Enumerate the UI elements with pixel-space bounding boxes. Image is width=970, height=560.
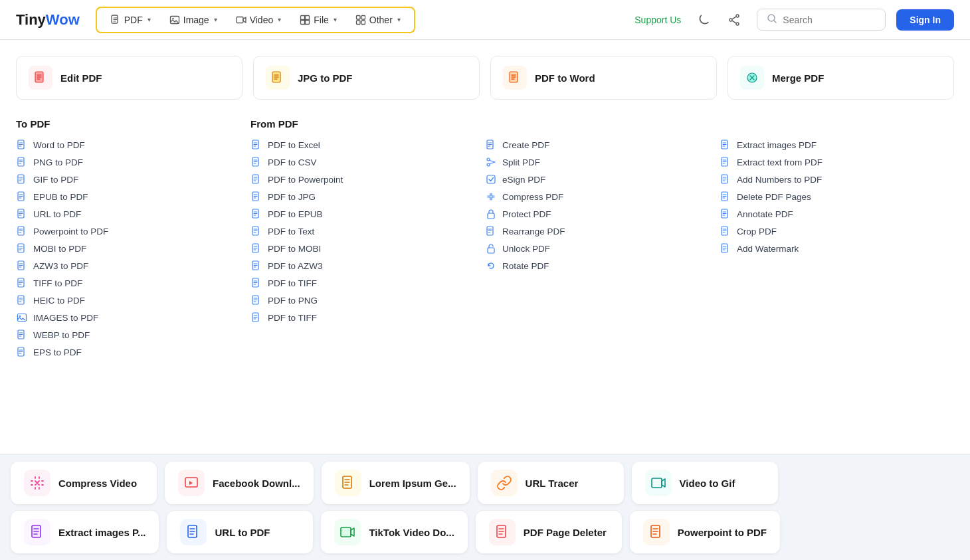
list-item[interactable]: AZW3 to PDF xyxy=(16,260,235,272)
list-item[interactable]: TIFF to PDF xyxy=(16,277,235,289)
list-item[interactable]: PDF to Text xyxy=(250,225,469,237)
list-item[interactable]: Delete PDF Pages xyxy=(720,191,954,203)
quick-link-merge-pdf[interactable]: Merge PDF xyxy=(728,56,954,100)
list-item[interactable]: Rearrange PDF xyxy=(485,225,704,237)
list-item[interactable]: Protect PDF xyxy=(485,208,704,220)
list-item[interactable]: PDF to JPG xyxy=(250,191,469,203)
bottom-card-lorem-ipsum[interactable]: Lorem Ipsum Ge... xyxy=(322,462,470,504)
video-nav-icon xyxy=(236,15,246,25)
doc-icon xyxy=(720,225,731,237)
compress-video-icon xyxy=(24,470,50,496)
list-item[interactable]: EPUB to PDF xyxy=(16,191,235,203)
list-item[interactable]: Unlock PDF xyxy=(485,242,704,254)
nav-image-label: Image xyxy=(183,15,209,25)
bottom-strip: Compress Video Facebook Downl... Lorem I… xyxy=(0,454,970,560)
doc-icon xyxy=(250,225,262,237)
bottom-card-video-to-gif[interactable]: Video to Gif xyxy=(632,462,778,504)
doc-icon xyxy=(250,312,262,324)
svg-point-2 xyxy=(172,17,173,19)
nav-file[interactable]: File ▾ xyxy=(292,11,345,29)
nav-image[interactable]: Image ▾ xyxy=(161,11,225,29)
jpg-to-pdf-icon xyxy=(266,66,290,90)
support-link[interactable]: Support Us xyxy=(634,15,681,25)
list-item[interactable]: Annotate PDF xyxy=(720,208,954,220)
dark-mode-button[interactable] xyxy=(692,8,716,32)
list-item[interactable]: HEIC to PDF xyxy=(16,294,235,306)
to-pdf-header: To PDF xyxy=(16,118,235,130)
list-item[interactable]: PDF to EPUB xyxy=(250,208,469,220)
search-input[interactable] xyxy=(783,15,876,25)
nav-video[interactable]: Video ▾ xyxy=(228,11,290,29)
list-item[interactable]: PNG to PDF xyxy=(16,156,235,168)
list-item[interactable]: Extract text from PDF xyxy=(720,156,954,168)
list-item[interactable]: PDF to TIFF xyxy=(250,277,469,289)
bottom-card-tiktok[interactable]: TikTok Video Do... xyxy=(321,511,467,553)
list-item[interactable]: Powerpoint to PDF xyxy=(16,225,235,237)
url-to-pdf-label: URL to PDF xyxy=(215,527,270,538)
jpg-to-pdf-label: JPG to PDF xyxy=(298,72,353,84)
list-item[interactable]: Add Watermark xyxy=(720,242,954,254)
header-icons xyxy=(692,8,746,32)
doc-icon xyxy=(250,139,262,151)
svg-point-51 xyxy=(487,163,490,166)
quick-link-jpg-to-pdf[interactable]: JPG to PDF xyxy=(253,56,480,100)
search-box[interactable] xyxy=(757,9,886,31)
doc-icon xyxy=(16,156,28,168)
quick-link-pdf-to-word[interactable]: PDF to Word xyxy=(490,56,717,100)
nav-bar: PDF ▾ Image ▾ Video ▾ File ▾ xyxy=(96,7,415,33)
list-item[interactable]: Add Numbers to PDF xyxy=(720,173,954,185)
bottom-card-compress-video[interactable]: Compress Video xyxy=(11,462,157,504)
list-item[interactable]: EPS to PDF xyxy=(16,346,235,358)
bottom-card-facebook[interactable]: Facebook Downl... xyxy=(165,462,314,504)
list-item[interactable]: Extract images PDF xyxy=(720,139,954,151)
list-item[interactable]: PDF to Excel xyxy=(250,139,469,151)
list-item[interactable]: IMAGES to PDF xyxy=(16,312,235,324)
file-chevron-icon: ▾ xyxy=(334,16,337,23)
nav-other[interactable]: Other ▾ xyxy=(347,11,409,29)
doc-icon xyxy=(250,156,262,168)
list-item[interactable]: PDF to CSV xyxy=(250,156,469,168)
bottom-card-url-tracer[interactable]: URL Tracer xyxy=(478,462,624,504)
logo-blue: Wow xyxy=(46,11,80,29)
list-item[interactable]: Rotate PDF xyxy=(485,260,704,272)
nav-pdf-label: PDF xyxy=(124,15,143,25)
list-item[interactable]: PDF to MOBI xyxy=(250,242,469,254)
nav-file-label: File xyxy=(314,15,329,25)
share-button[interactable] xyxy=(722,8,746,32)
list-item[interactable]: WEBP to PDF xyxy=(16,329,235,341)
lorem-ipsum-icon xyxy=(335,470,361,496)
doc-icon xyxy=(250,191,262,203)
list-item[interactable]: MOBI to PDF xyxy=(16,242,235,254)
powerpoint-to-pdf-label: Powerpoint to PDF xyxy=(678,527,767,538)
list-item[interactable]: PDF to AZW3 xyxy=(250,260,469,272)
doc-icon xyxy=(720,139,731,151)
tiktok-label: TikTok Video Do... xyxy=(369,527,454,538)
to-pdf-list: Word to PDF PNG to PDF GIF to PDF EPUB t… xyxy=(16,139,235,358)
from-pdf-list: PDF to Excel PDF to CSV PDF to Powerpoin… xyxy=(250,139,469,324)
list-item[interactable]: Split PDF xyxy=(485,156,704,168)
list-item[interactable]: GIF to PDF xyxy=(16,173,235,185)
bottom-card-powerpoint-to-pdf[interactable]: Powerpoint to PDF xyxy=(630,511,780,553)
bottom-card-extract-images[interactable]: Extract images P... xyxy=(11,511,159,553)
doc-icon xyxy=(16,277,28,289)
list-item[interactable]: Word to PDF xyxy=(16,139,235,151)
list-item[interactable]: PDF to Powerpoint xyxy=(250,173,469,185)
bottom-card-url-to-pdf[interactable]: URL to PDF xyxy=(167,511,313,553)
logo[interactable]: TinyWow xyxy=(16,11,80,29)
list-item[interactable]: Create PDF xyxy=(485,139,704,151)
list-item[interactable]: URL to PDF xyxy=(16,208,235,220)
signin-button[interactable]: Sign In xyxy=(896,9,954,31)
list-item[interactable]: Crop PDF xyxy=(720,225,954,237)
list-item[interactable]: PDF to PNG xyxy=(250,294,469,306)
nav-pdf[interactable]: PDF ▾ xyxy=(102,11,159,29)
logo-black: Tiny xyxy=(16,11,46,29)
compress-icon xyxy=(485,191,497,203)
list-item[interactable]: Compress PDF xyxy=(485,191,704,203)
doc-icon xyxy=(720,208,731,220)
quick-link-edit-pdf[interactable]: Edit PDF xyxy=(16,56,242,100)
bottom-card-pdf-page-deleter[interactable]: PDF Page Deleter xyxy=(476,511,622,553)
list-item[interactable]: PDF to TIFF xyxy=(250,312,469,324)
list-item[interactable]: eSign PDF xyxy=(485,173,704,185)
image-chevron-icon: ▾ xyxy=(214,16,217,23)
svg-rect-65 xyxy=(652,478,662,488)
